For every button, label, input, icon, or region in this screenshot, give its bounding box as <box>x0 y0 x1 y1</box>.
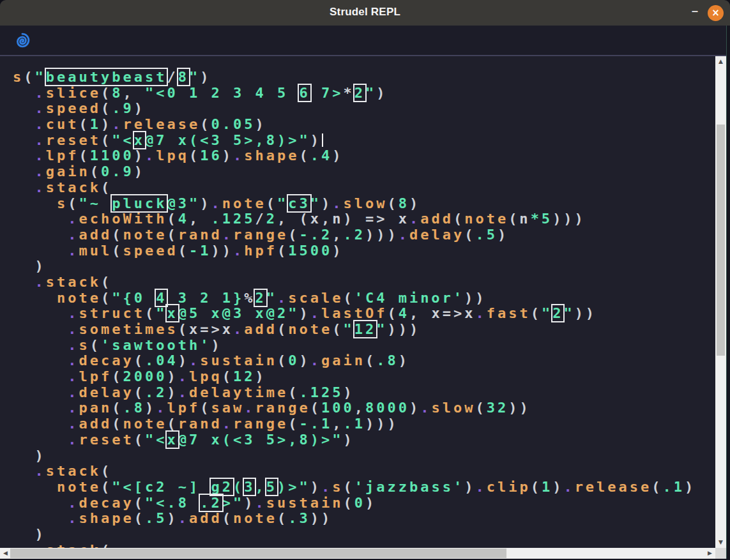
code-segment: ( <box>167 211 178 227</box>
horizontal-scrollbar-thumb[interactable] <box>10 549 506 558</box>
code-line[interactable]: s("~ pluck@3").note("c3").slow(8) <box>13 196 696 212</box>
minimize-button[interactable]: – <box>687 0 703 26</box>
code-segment: ) <box>134 163 145 179</box>
titlebar[interactable]: Strudel REPL – × <box>0 0 730 26</box>
active-token: pluck <box>112 195 167 211</box>
code-line[interactable]: .lpf(2000).lpq(12) <box>13 369 696 385</box>
code-segment: ) <box>13 526 46 542</box>
code-line[interactable]: .stack( <box>13 464 696 480</box>
code-line[interactable]: .reset("<x@7 x(<3 5>,8)>") <box>13 432 696 448</box>
editor[interactable]: s("beautybeast/8") .slice(8, "<0 1 2 3 4… <box>0 56 715 548</box>
code-line[interactable]: .speed(.9) <box>13 101 696 117</box>
code-segment: ( <box>101 100 112 116</box>
code-segment: 2000 <box>123 368 167 384</box>
code-segment: -.2 <box>299 227 332 243</box>
code-segment: ) <box>365 495 376 511</box>
code-segment: . <box>13 227 79 243</box>
code-segment: . <box>13 100 46 116</box>
code-line[interactable]: .gain(0.9) <box>13 164 696 180</box>
code-segment: lpq <box>156 148 189 163</box>
code-segment: , x=>x <box>409 305 475 321</box>
code-segment: )) <box>211 243 233 259</box>
code-segment: . <box>13 211 79 227</box>
code-segment: ( <box>475 400 486 416</box>
code-line[interactable]: .sometimes(x=>x.add(note("12"))) <box>13 322 696 338</box>
code-segment: ( <box>79 116 90 132</box>
code-segment: gain <box>46 163 90 179</box>
code-segment: ) <box>310 479 321 495</box>
code-segment: " <box>542 305 552 321</box>
code-line[interactable]: .reset("<x@7 x(<3 5>,8)>") <box>13 133 696 149</box>
code-segment: ( <box>112 368 123 384</box>
code-line[interactable]: note("{0 4 3 2 1}%2".scale('C4 minor')) <box>13 291 696 306</box>
code-segment: ( <box>343 495 354 511</box>
code-line[interactable]: .cut(1).release(0.05) <box>13 117 696 133</box>
code-segment: . <box>321 479 332 495</box>
code-segment: "<0 1 2 3 4 5 <box>145 85 299 101</box>
active-token: c3 <box>288 195 310 211</box>
code-segment: . <box>222 227 233 243</box>
code-line[interactable]: .slice(8, "<0 1 2 3 4 5 6 7>*2") <box>13 86 696 102</box>
code-line[interactable]: .decay(.04).sustain(0).gain(.8) <box>13 353 696 369</box>
minimize-icon: – <box>692 4 698 17</box>
code-line[interactable]: .s('sawtooth') <box>13 338 696 354</box>
strudel-logo-icon[interactable] <box>13 31 32 50</box>
code-segment: . <box>13 116 46 132</box>
code-line[interactable]: .add(note(rand.range(-.2,.2))).delay(.5) <box>13 227 696 243</box>
code-line[interactable]: note("<[c2 ~] g2(3,5)>").s('jazzbass').c… <box>13 480 696 496</box>
code-segment: ( <box>68 195 79 211</box>
close-button[interactable]: × <box>708 5 724 21</box>
code-line[interactable]: .echoWith(4, .125/2, (x,n) => x.add(note… <box>13 211 696 227</box>
code-segment: 7> <box>310 85 344 101</box>
scroll-up-button[interactable]: ▲ <box>715 56 726 67</box>
code-segment: . <box>399 227 409 243</box>
code-segment: s <box>13 195 68 211</box>
code-line[interactable]: .stack( <box>13 275 696 291</box>
code-segment: " <box>563 305 574 321</box>
code-segment: . <box>233 243 244 259</box>
code-line[interactable]: .stack( <box>13 180 696 196</box>
code-line[interactable]: ) <box>13 259 696 275</box>
code-line[interactable]: .shape(.5).add(note(.3)) <box>13 511 696 527</box>
code-segment: slow <box>343 195 387 211</box>
code-segment: @3" <box>167 195 200 211</box>
code-segment: ) <box>244 495 255 511</box>
code-line[interactable]: .struct("x@5 x@3 x@2").lastOf(4, x=>x.fa… <box>13 306 696 322</box>
code-line[interactable]: .lpf(1100).lpq(16).shape(.4) <box>13 148 696 164</box>
scroll-down-button[interactable]: ▼ <box>715 537 726 548</box>
horizontal-scrollbar[interactable]: ◀ ▶ <box>0 548 715 559</box>
code-segment: stack <box>46 179 101 195</box>
scroll-left-button[interactable]: ◀ <box>0 548 11 559</box>
code-line[interactable]: ) <box>13 527 696 543</box>
code-line[interactable]: .add(note(rand.range(-.1,.1))) <box>13 416 696 432</box>
code-segment: 8 <box>399 195 409 211</box>
code-segment: (x=>x <box>178 321 233 337</box>
code-segment: delay <box>409 227 464 243</box>
code-segment: ( <box>101 179 112 195</box>
code-segment: . <box>13 243 79 259</box>
code-segment: ) <box>685 479 696 495</box>
code-line[interactable]: .mul(speed(-1)).hpf(1500) <box>13 243 696 259</box>
code-segment: ( <box>90 337 101 353</box>
code-segment: stack <box>46 542 101 548</box>
code-line[interactable]: .pan(.8).lpf(saw.range(100,8000).slow(32… <box>13 400 696 416</box>
code-line[interactable]: s("beautybeast/8") <box>13 70 696 86</box>
code-segment: @7 x(<3 5>,8)>" <box>145 132 310 148</box>
code-line[interactable]: .stack( <box>13 543 696 548</box>
vertical-scrollbar-thumb[interactable] <box>717 125 725 356</box>
code-segment: . <box>332 195 343 211</box>
code-line[interactable]: .decay("<.8 .2>").sustain(0) <box>13 496 696 511</box>
code-segment: 'sawtooth' <box>101 337 211 353</box>
code-line[interactable]: ) <box>13 448 696 464</box>
code-segment: ( <box>112 400 123 416</box>
code-segment: / <box>255 211 266 227</box>
code-line[interactable]: .delay(.2).delaytime(.125) <box>13 385 696 401</box>
vertical-scrollbar[interactable]: ▲ ▼ <box>715 56 726 548</box>
scroll-right-button[interactable]: ▶ <box>704 548 715 559</box>
code-segment: struct <box>79 305 144 321</box>
code-segment: " <box>35 69 46 85</box>
code-segment: . <box>13 85 46 101</box>
code-segment: .5 <box>475 227 498 243</box>
code-segment: , <box>354 400 365 416</box>
code-area[interactable]: s("beautybeast/8") .slice(8, "<0 1 2 3 4… <box>13 70 696 548</box>
